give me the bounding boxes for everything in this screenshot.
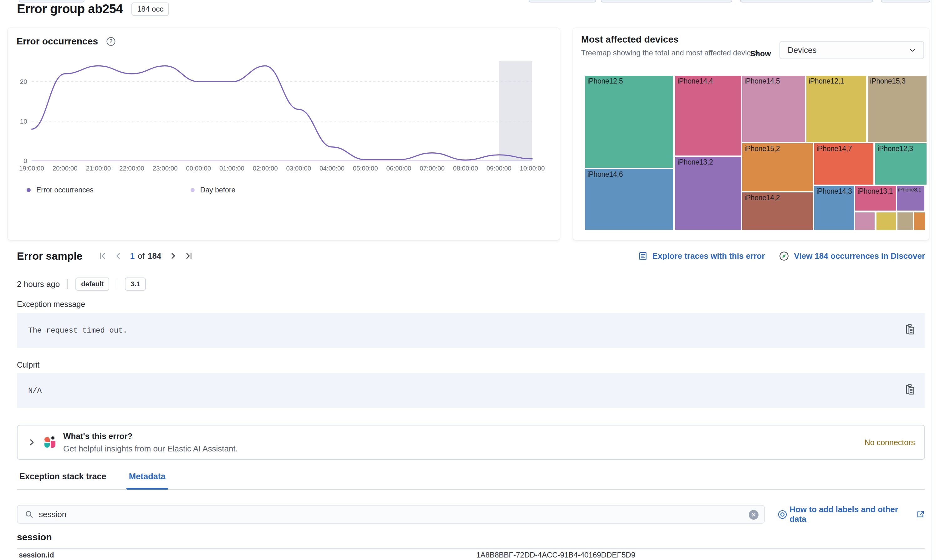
- treemap-cell[interactable]: iPhone14,4: [675, 76, 741, 155]
- treemap-cell[interactable]: iPhone14,5: [742, 76, 805, 142]
- search-box[interactable]: [17, 505, 765, 524]
- top-toolbar-remnant: [601, 0, 732, 3]
- page-title: Error group ab254: [17, 2, 123, 16]
- treemap-cell[interactable]: [897, 212, 913, 230]
- previous-page-button[interactable]: [112, 250, 125, 262]
- treemap-cell[interactable]: iPhone15,2: [742, 143, 813, 191]
- show-label: Show: [750, 49, 771, 58]
- page-header: Error group ab254 184 occ: [17, 2, 169, 16]
- view-in-discover-link[interactable]: View 184 occurrences in Discover: [778, 251, 925, 262]
- separator: [67, 279, 68, 289]
- treemap-cell[interactable]: iPhone13,1: [855, 186, 896, 211]
- treemap-cell-label: iPhone14,7: [814, 143, 873, 154]
- treemap-cell[interactable]: iPhone12,3: [875, 143, 926, 185]
- help-ring-icon: [777, 509, 788, 520]
- help-icon[interactable]: ?: [106, 37, 116, 46]
- table-row: session.id 1A8B8BBF-72DD-4ACC-91B4-40169…: [17, 548, 925, 560]
- sample-tabs: Exception stack trace Metadata: [17, 470, 925, 489]
- treemap-cell[interactable]: [877, 212, 896, 230]
- svg-text:08:00:00: 08:00:00: [453, 165, 478, 172]
- legend-item-day-before[interactable]: Day before: [191, 186, 235, 194]
- treemap-cell[interactable]: iPhone12,5: [585, 76, 673, 168]
- legend-label: Error occurrences: [36, 186, 94, 194]
- devices-dropdown[interactable]: Devices: [780, 41, 924, 59]
- current-page: 1: [130, 251, 135, 261]
- occurrences-chart-svg[interactable]: 0102019:00:0020:00:0021:00:0022:00:0023:…: [17, 59, 549, 173]
- error-sample-header: Error sample 1of184 Explore traces with …: [17, 250, 925, 262]
- tab-exception-stack-trace[interactable]: Exception stack trace: [17, 470, 109, 489]
- svg-text:0: 0: [23, 157, 27, 164]
- treemap-cell-label: iPhone13,1: [855, 186, 896, 197]
- how-to-add-labels-link[interactable]: How to add labels and other data: [777, 505, 925, 524]
- treemap-cell-label: iPhone13,2: [675, 157, 741, 168]
- page-indicator: 1of184: [130, 251, 162, 261]
- treemap-cell[interactable]: iPhone15,3: [868, 76, 926, 142]
- exception-message-value: The request timed out.: [17, 326, 127, 335]
- treemap-cell[interactable]: iPhone8,1: [897, 186, 925, 211]
- next-page-button[interactable]: [167, 250, 179, 262]
- svg-text:19:00:00: 19:00:00: [19, 165, 44, 172]
- metadata-search-row: How to add labels and other data: [17, 505, 925, 524]
- separator: [117, 279, 117, 289]
- legend-dot-occurrences: [26, 188, 31, 192]
- svg-text:05:00:00: 05:00:00: [353, 165, 378, 172]
- metadata-key: session.id: [17, 551, 476, 559]
- top-toolbar-remnant: [740, 0, 873, 3]
- most-affected-devices-panel: Most affected devices Treemap showing th…: [572, 28, 929, 240]
- svg-text:09:00:00: 09:00:00: [486, 165, 511, 172]
- top-toolbar-remnant: [529, 0, 596, 3]
- how-to-add-labels-label: How to add labels and other data: [789, 505, 912, 524]
- devices-dropdown-value: Devices: [788, 45, 816, 55]
- culprit-label: Culprit: [17, 360, 39, 369]
- legend-item-error-occurrences[interactable]: Error occurrences: [26, 186, 94, 194]
- error-sample-title: Error sample: [17, 250, 83, 262]
- treemap-cell[interactable]: iPhone14,7: [814, 143, 873, 185]
- svg-text:01:00:00: 01:00:00: [219, 165, 245, 172]
- svg-text:22:00:00: 22:00:00: [119, 165, 144, 172]
- devices-treemap[interactable]: iPhone12,5iPhone14,6iPhone14,4iPhone13,2…: [585, 76, 926, 230]
- expand-chevron-icon[interactable]: [27, 438, 36, 447]
- explore-traces-link[interactable]: Explore traces with this error: [638, 251, 765, 261]
- environment-badge: default: [75, 277, 109, 291]
- error-group-page: Error group ab254 184 occ Error occurren…: [0, 0, 940, 560]
- treemap-cell[interactable]: [914, 212, 925, 230]
- copy-button[interactable]: [903, 323, 917, 337]
- treemap-cell[interactable]: iPhone12,1: [806, 76, 866, 142]
- svg-text:21:00:00: 21:00:00: [86, 165, 111, 172]
- scrollbar-track-line[interactable]: [932, 0, 932, 560]
- treemap-cell[interactable]: iPhone14,3: [814, 186, 854, 230]
- search-input[interactable]: [39, 506, 764, 523]
- last-page-button[interactable]: [182, 250, 195, 262]
- copy-button[interactable]: [903, 383, 917, 397]
- ai-assistant-banner[interactable]: What's this error? Get helpful insights …: [17, 425, 925, 460]
- svg-text:03:00:00: 03:00:00: [286, 165, 311, 172]
- svg-text:06:00:00: 06:00:00: [386, 165, 411, 172]
- treemap-cell-label: iPhone14,4: [675, 76, 741, 87]
- treemap-cell[interactable]: iPhone13,2: [675, 157, 741, 230]
- treemap-cell-label: iPhone15,2: [742, 143, 813, 154]
- treemap-cell[interactable]: iPhone14,2: [742, 192, 813, 230]
- clear-search-icon[interactable]: [749, 510, 758, 520]
- legend-dot-day-before: [191, 188, 195, 192]
- first-page-button[interactable]: [96, 250, 109, 262]
- devices-panel-title: Most affected devices: [581, 34, 679, 45]
- exception-message-block: The request timed out.: [17, 313, 925, 348]
- explore-traces-label: Explore traces with this error: [652, 251, 765, 261]
- tab-metadata[interactable]: Metadata: [126, 470, 168, 489]
- treemap-cell-label: iPhone15,3: [868, 76, 926, 87]
- svg-text:07:00:00: 07:00:00: [420, 165, 445, 172]
- svg-text:20:00:00: 20:00:00: [52, 165, 78, 172]
- discover-compass-icon: [778, 251, 789, 262]
- treemap-cell-label: iPhone8,1: [897, 186, 925, 194]
- sample-meta-row: 2 hours ago default 3.1: [17, 277, 146, 292]
- chart-legend: Error occurrences Day before: [26, 186, 235, 194]
- treemap-cell-label: iPhone12,1: [806, 76, 866, 87]
- svg-text:10: 10: [20, 118, 27, 125]
- svg-text:04:00:00: 04:00:00: [320, 165, 345, 172]
- treemap-cell[interactable]: iPhone14,6: [585, 169, 673, 230]
- svg-text:?: ?: [109, 38, 113, 45]
- trace-document-icon: [638, 251, 648, 261]
- no-connectors-status: No connectors: [865, 438, 915, 447]
- culprit-value: N/A: [17, 386, 42, 395]
- treemap-cell[interactable]: [855, 212, 875, 230]
